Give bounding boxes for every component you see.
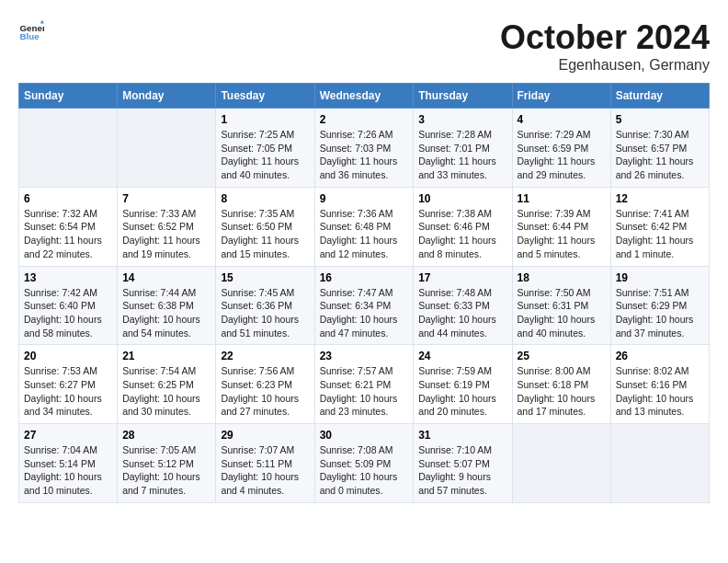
day-info: Sunrise: 7:53 AMSunset: 6:27 PMDaylight:… [24, 364, 112, 419]
calendar-cell: 12Sunrise: 7:41 AMSunset: 6:42 PMDayligh… [610, 187, 709, 266]
day-number: 27 [24, 429, 112, 442]
day-info: Sunrise: 7:38 AMSunset: 6:46 PMDaylight:… [418, 207, 506, 261]
day-number: 29 [221, 429, 309, 442]
calendar-cell: 13Sunrise: 7:42 AMSunset: 6:40 PMDayligh… [19, 266, 118, 345]
calendar-cell: 25Sunrise: 8:00 AMSunset: 6:18 PMDayligh… [512, 345, 610, 424]
day-info: Sunrise: 7:56 AMSunset: 6:23 PMDaylight:… [221, 364, 309, 419]
calendar-cell [512, 424, 610, 503]
calendar-cell [118, 109, 216, 188]
day-info: Sunrise: 7:28 AMSunset: 7:01 PMDaylight:… [418, 128, 506, 182]
calendar-cell: 8Sunrise: 7:35 AMSunset: 6:50 PMDaylight… [216, 187, 314, 266]
calendar-cell: 10Sunrise: 7:38 AMSunset: 6:46 PMDayligh… [414, 187, 512, 266]
weekday-header-wednesday: Wednesday [314, 84, 414, 109]
day-info: Sunrise: 7:36 AMSunset: 6:48 PMDaylight:… [320, 207, 409, 261]
weekday-header-saturday: Saturday [610, 84, 709, 109]
day-number: 4 [518, 113, 606, 126]
calendar-cell: 11Sunrise: 7:39 AMSunset: 6:44 PMDayligh… [512, 187, 610, 266]
month-title: October 2024 [500, 18, 710, 57]
weekday-header-monday: Monday [118, 84, 216, 109]
day-number: 28 [122, 429, 210, 442]
day-number: 7 [122, 192, 210, 205]
day-info: Sunrise: 7:30 AMSunset: 6:57 PMDaylight:… [616, 128, 704, 182]
weekday-header-sunday: Sunday [19, 84, 118, 109]
calendar-week-row: 6Sunrise: 7:32 AMSunset: 6:54 PMDaylight… [19, 187, 710, 266]
day-info: Sunrise: 7:48 AMSunset: 6:33 PMDaylight:… [418, 286, 506, 340]
day-number: 12 [616, 192, 704, 205]
calendar-week-row: 20Sunrise: 7:53 AMSunset: 6:27 PMDayligh… [19, 345, 710, 424]
day-info: Sunrise: 7:29 AMSunset: 6:59 PMDaylight:… [518, 128, 606, 182]
day-number: 5 [616, 113, 704, 126]
day-info: Sunrise: 7:57 AMSunset: 6:21 PMDaylight:… [320, 364, 409, 419]
day-info: Sunrise: 8:02 AMSunset: 6:16 PMDaylight:… [616, 364, 704, 419]
day-number: 22 [221, 350, 309, 362]
day-number: 15 [221, 271, 309, 284]
day-number: 19 [616, 271, 704, 284]
day-info: Sunrise: 7:39 AMSunset: 6:44 PMDaylight:… [518, 207, 606, 261]
day-info: Sunrise: 7:33 AMSunset: 6:52 PMDaylight:… [122, 207, 210, 261]
day-number: 8 [221, 192, 309, 205]
day-info: Sunrise: 7:42 AMSunset: 6:40 PMDaylight:… [24, 286, 112, 340]
svg-text:Blue: Blue [19, 31, 40, 41]
day-info: Sunrise: 7:59 AMSunset: 6:19 PMDaylight:… [418, 364, 506, 419]
day-info: Sunrise: 7:41 AMSunset: 6:42 PMDaylight:… [616, 207, 704, 261]
day-info: Sunrise: 7:45 AMSunset: 6:36 PMDaylight:… [221, 286, 309, 340]
day-number: 2 [320, 113, 409, 126]
calendar-cell: 31Sunrise: 7:10 AMSunset: 5:07 PMDayligh… [414, 424, 512, 503]
calendar-cell: 22Sunrise: 7:56 AMSunset: 6:23 PMDayligh… [216, 345, 314, 424]
day-info: Sunrise: 7:51 AMSunset: 6:29 PMDaylight:… [616, 286, 704, 340]
calendar-week-row: 1Sunrise: 7:25 AMSunset: 7:05 PMDaylight… [19, 109, 710, 188]
day-info: Sunrise: 7:04 AMSunset: 5:14 PMDaylight:… [24, 443, 112, 498]
calendar-week-row: 13Sunrise: 7:42 AMSunset: 6:40 PMDayligh… [19, 266, 710, 345]
day-info: Sunrise: 7:05 AMSunset: 5:12 PMDaylight:… [122, 443, 210, 498]
svg-marker-2 [40, 19, 44, 23]
calendar-cell: 21Sunrise: 7:54 AMSunset: 6:25 PMDayligh… [118, 345, 216, 424]
weekday-header-tuesday: Tuesday [216, 84, 314, 109]
day-number: 17 [418, 271, 506, 284]
day-info: Sunrise: 8:00 AMSunset: 6:18 PMDaylight:… [518, 364, 606, 419]
calendar-table: SundayMondayTuesdayWednesdayThursdayFrid… [18, 83, 710, 503]
day-number: 18 [518, 271, 606, 284]
day-info: Sunrise: 7:50 AMSunset: 6:31 PMDaylight:… [518, 286, 606, 340]
location: Egenhausen, Germany [500, 57, 710, 74]
day-number: 26 [616, 350, 704, 362]
calendar-cell: 29Sunrise: 7:07 AMSunset: 5:11 PMDayligh… [216, 424, 314, 503]
day-number: 30 [320, 429, 409, 442]
calendar-cell: 26Sunrise: 8:02 AMSunset: 6:16 PMDayligh… [610, 345, 709, 424]
calendar-cell: 6Sunrise: 7:32 AMSunset: 6:54 PMDaylight… [19, 187, 118, 266]
calendar-cell [19, 109, 118, 188]
calendar-cell: 16Sunrise: 7:47 AMSunset: 6:34 PMDayligh… [314, 266, 414, 345]
day-number: 24 [418, 350, 506, 362]
day-number: 31 [418, 429, 506, 442]
calendar-cell: 3Sunrise: 7:28 AMSunset: 7:01 PMDaylight… [414, 109, 512, 188]
day-info: Sunrise: 7:44 AMSunset: 6:38 PMDaylight:… [122, 286, 210, 340]
day-number: 21 [122, 350, 210, 362]
day-number: 11 [518, 192, 606, 205]
calendar-cell: 5Sunrise: 7:30 AMSunset: 6:57 PMDaylight… [610, 109, 709, 188]
day-number: 25 [518, 350, 606, 362]
calendar-cell: 9Sunrise: 7:36 AMSunset: 6:48 PMDaylight… [314, 187, 414, 266]
day-number: 10 [418, 192, 506, 205]
day-number: 1 [221, 113, 309, 126]
calendar-week-row: 27Sunrise: 7:04 AMSunset: 5:14 PMDayligh… [19, 424, 710, 503]
calendar-cell: 19Sunrise: 7:51 AMSunset: 6:29 PMDayligh… [610, 266, 709, 345]
weekday-header-row: SundayMondayTuesdayWednesdayThursdayFrid… [19, 84, 710, 109]
weekday-header-thursday: Thursday [414, 84, 512, 109]
calendar-cell: 28Sunrise: 7:05 AMSunset: 5:12 PMDayligh… [118, 424, 216, 503]
day-info: Sunrise: 7:47 AMSunset: 6:34 PMDaylight:… [320, 286, 409, 340]
day-number: 20 [24, 350, 112, 362]
day-info: Sunrise: 7:35 AMSunset: 6:50 PMDaylight:… [221, 207, 309, 261]
logo: General Blue [18, 18, 44, 44]
day-number: 3 [418, 113, 506, 126]
page-header: General Blue October 2024 Egenhausen, Ge… [18, 18, 710, 74]
day-number: 6 [24, 192, 112, 205]
day-number: 13 [24, 271, 112, 284]
calendar-cell: 27Sunrise: 7:04 AMSunset: 5:14 PMDayligh… [19, 424, 118, 503]
calendar-cell: 23Sunrise: 7:57 AMSunset: 6:21 PMDayligh… [314, 345, 414, 424]
logo-icon: General Blue [18, 18, 44, 44]
calendar-cell: 18Sunrise: 7:50 AMSunset: 6:31 PMDayligh… [512, 266, 610, 345]
calendar-cell: 15Sunrise: 7:45 AMSunset: 6:36 PMDayligh… [216, 266, 314, 345]
calendar-cell: 30Sunrise: 7:08 AMSunset: 5:09 PMDayligh… [314, 424, 414, 503]
day-info: Sunrise: 7:08 AMSunset: 5:09 PMDaylight:… [320, 443, 409, 498]
day-number: 23 [320, 350, 409, 362]
calendar-cell [610, 424, 709, 503]
